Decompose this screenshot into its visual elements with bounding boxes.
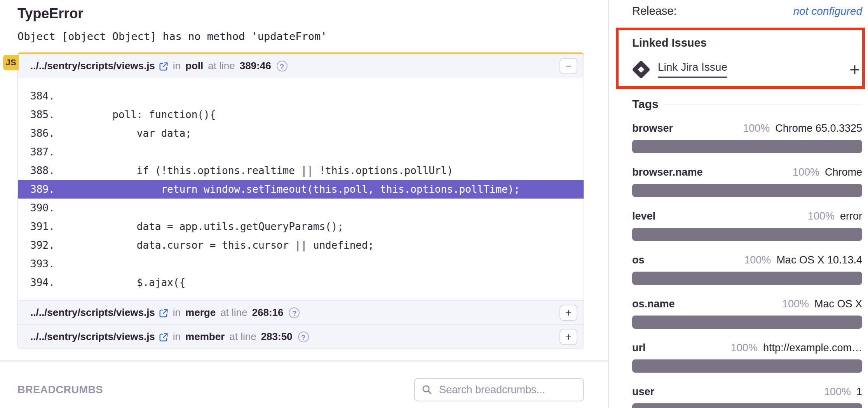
tag-key: os.name xyxy=(632,298,675,310)
frame-function-name: member xyxy=(185,331,225,343)
link-jira-issue-link[interactable]: Link Jira Issue xyxy=(658,61,727,78)
exception-panel: TypeError Object [object Object] has no … xyxy=(0,0,608,408)
frame-atline-label: at line xyxy=(208,60,235,72)
release-label: Release: xyxy=(632,5,676,17)
frame-function-name: merge xyxy=(185,307,216,319)
help-icon[interactable]: ? xyxy=(298,331,309,342)
expand-frame-button[interactable]: + xyxy=(559,329,577,345)
breadcrumbs-header: BREADCRUMBS xyxy=(17,378,584,401)
tag-key: browser.name xyxy=(632,166,703,178)
frame-line-number: 283:50 xyxy=(261,331,293,343)
tag-row-level: level 100% error xyxy=(632,210,862,241)
jira-icon xyxy=(632,60,650,78)
stack-frame-header-poll[interactable]: ../../sentry/scripts/views.js in poll at… xyxy=(18,54,584,78)
tag-row-os-name: os.name 100% Mac OS X xyxy=(632,298,862,329)
frame-file-path[interactable]: ../../sentry/scripts/views.js xyxy=(30,331,155,343)
code-line: 386. var data; xyxy=(18,124,584,143)
tag-percent: 100% xyxy=(808,210,835,222)
release-row: Release: not configured xyxy=(632,5,862,17)
frame-in-label: in xyxy=(173,307,181,319)
linked-issues-annotation-box: Linked Issues Link Jira Issue + xyxy=(616,28,865,89)
code-line-highlighted: 389. return window.setTimeout(this.poll,… xyxy=(18,180,584,199)
tag-key: level xyxy=(632,210,655,222)
breadcrumbs-search[interactable] xyxy=(414,378,584,401)
frame-in-label: in xyxy=(173,60,181,72)
frame-line-number: 389:46 xyxy=(240,60,271,72)
tag-percent: 100% xyxy=(793,166,819,178)
tag-distribution-bar xyxy=(632,140,862,153)
tag-row-browser: browser 100% Chrome 65.0.3325 xyxy=(632,122,862,153)
tag-percent: 100% xyxy=(743,122,770,134)
help-icon[interactable]: ? xyxy=(277,61,288,71)
tag-percent: 100% xyxy=(744,254,771,266)
stacktrace-card: JS ../../sentry/scripts/views.js in poll… xyxy=(17,52,584,349)
code-line: 390. xyxy=(18,199,584,217)
collapse-frame-button[interactable]: − xyxy=(559,58,577,74)
code-line: 391. data = app.utils.getQueryParams(); xyxy=(18,217,584,236)
tag-row-os: os 100% Mac OS X 10.13.4 xyxy=(632,254,862,285)
frame-function-name: poll xyxy=(185,60,203,72)
external-link-icon[interactable] xyxy=(158,61,169,72)
error-message: Object [object Object] has no method 'up… xyxy=(17,30,584,42)
tag-value: 1 xyxy=(856,386,862,398)
add-issue-plus-icon[interactable]: + xyxy=(849,64,860,75)
tag-key: user xyxy=(632,386,654,398)
linked-issues-header: Linked Issues xyxy=(632,37,862,49)
tag-value: Chrome xyxy=(825,166,862,178)
stack-frame-header-member[interactable]: ../../sentry/scripts/views.js in member … xyxy=(18,324,584,349)
frame-in-label: in xyxy=(173,331,181,343)
code-line: 388. if (!this.options.realtime || !this… xyxy=(18,161,584,180)
platform-js-badge: JS xyxy=(3,55,19,70)
source-code-context: 384. 385. poll: function(){ 386. var dat… xyxy=(18,78,584,300)
search-icon xyxy=(421,384,433,396)
tag-value: http://example.com… xyxy=(763,342,862,354)
tag-value: error xyxy=(840,210,862,222)
tag-distribution-bar xyxy=(632,272,862,285)
frame-atline-label: at line xyxy=(229,331,256,343)
tags-section: Tags browser 100% Chrome 65.0.3325 brows… xyxy=(632,98,862,408)
help-icon[interactable]: ? xyxy=(289,307,300,318)
external-link-icon[interactable] xyxy=(158,308,169,319)
tag-distribution-bar xyxy=(632,403,862,408)
code-line: 393. xyxy=(18,255,584,273)
tag-distribution-bar xyxy=(632,359,862,373)
external-link-icon[interactable] xyxy=(158,332,169,343)
tag-value: Mac OS X xyxy=(814,298,862,310)
header-rule xyxy=(713,43,862,43)
frame-file-path[interactable]: ../../sentry/scripts/views.js xyxy=(30,307,155,319)
release-not-configured-link[interactable]: not configured xyxy=(793,5,862,17)
tag-row-url: url 100% http://example.com… xyxy=(632,342,862,373)
frame-file-path[interactable]: ../../sentry/scripts/views.js xyxy=(30,60,155,72)
tag-row-browser-name: browser.name 100% Chrome xyxy=(632,166,862,197)
expand-frame-button[interactable]: + xyxy=(559,305,577,321)
link-jira-issue-row: Link Jira Issue + xyxy=(632,61,862,78)
tag-key: url xyxy=(632,342,646,354)
tag-key: os xyxy=(632,254,645,266)
stack-frame-header-merge[interactable]: ../../sentry/scripts/views.js in merge a… xyxy=(18,300,584,324)
tag-distribution-bar xyxy=(632,228,862,241)
tag-value: Mac OS X 10.13.4 xyxy=(776,254,862,266)
linked-issues-title: Linked Issues xyxy=(632,37,707,49)
issue-detail-page: TypeError Object [object Object] has no … xyxy=(0,0,868,408)
section-divider xyxy=(0,360,608,362)
header-rule xyxy=(665,104,862,105)
code-line: 384. xyxy=(18,87,584,105)
error-type-title: TypeError xyxy=(17,5,584,22)
frame-line-number: 268:16 xyxy=(252,307,284,319)
tags-header: Tags xyxy=(632,98,862,111)
code-line: 385. poll: function(){ xyxy=(18,105,584,124)
code-line: 387. xyxy=(18,143,584,161)
tag-percent: 100% xyxy=(731,342,758,354)
search-input[interactable] xyxy=(438,384,577,396)
tag-distribution-bar xyxy=(632,316,862,329)
issue-sidebar: Release: not configured Linked Issues Li… xyxy=(608,0,868,408)
breadcrumbs-title: BREADCRUMBS xyxy=(17,384,103,396)
tag-key: browser xyxy=(632,122,673,134)
tag-value: Chrome 65.0.3325 xyxy=(775,122,862,134)
code-line: 394. $.ajax({ xyxy=(18,273,584,292)
tag-percent: 100% xyxy=(782,298,809,310)
tag-distribution-bar xyxy=(632,184,862,197)
frame-atline-label: at line xyxy=(220,307,247,319)
code-line: 392. data.cursor = this.cursor || undefi… xyxy=(18,236,584,255)
tag-percent: 100% xyxy=(824,386,851,398)
